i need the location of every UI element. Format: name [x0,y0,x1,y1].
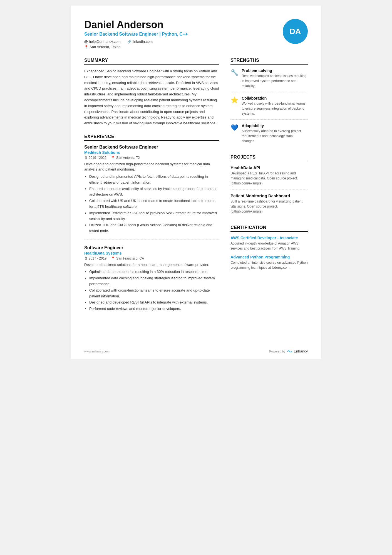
page-footer: www.enhancv.com Powered by Enhancv [84,349,308,353]
header: Daniel Anderson Senior Backend Software … [84,19,308,49]
strength-item-2: ⭐ Collaboration Worked closely with cros… [230,96,308,120]
summary-text: Experienced Senior Backend Software Engi… [84,68,219,126]
footer-website: www.enhancv.com [84,350,110,353]
exp-meta-1: 2019 - 2022 San Antonio, TX [84,156,219,160]
strength-desc-3: Successfully adapted to evolving project… [242,129,308,144]
linkedin-contact: linkedin.com [127,40,153,44]
exp-item-2: Software Engineer HealthData Systems 201… [84,245,219,317]
loc-icon-1 [111,156,115,160]
strengths-section: STRENGTHS 🔧 Problem-solving Resolved com… [230,58,308,147]
wrench-icon: 🔧 [230,69,238,76]
cert-name-1: AWS Certified Developer - Associate [230,236,308,240]
strength-name-2: Collaboration [242,96,308,100]
exp-job-title-1: Senior Backend Software Engineer [84,145,219,150]
experience-section: EXPERIENCE Senior Backend Software Engin… [84,134,219,317]
bullet-item: Ensured continuous availability of servi… [89,186,219,198]
loc-icon-2 [111,256,115,260]
location-icon [84,45,88,49]
cert-desc-1: Acquired in-depth knowledge of Amazon AW… [230,241,308,251]
exp-company-2: HealthData Systems [84,251,219,255]
strength-item-3: 💙 Adaptability Successfully adapted to e… [230,124,308,147]
candidate-name: Daniel Anderson [84,19,188,31]
cal-icon-2 [84,256,88,260]
cert-desc-2: Completed an intensive course on advance… [230,260,308,270]
left-column: SUMMARY Experienced Senior Backend Softw… [84,58,219,325]
project-name-1: HealthData API [230,165,308,170]
contact-row: help@enhancv.com linkedin.com [84,40,188,44]
exp-item-1: Senior Backend Software Engineer Meditec… [84,145,219,240]
candidate-title: Senior Backend Software Engineer | Pytho… [84,32,188,37]
email-icon [84,40,88,44]
strength-desc-2: Worked closely with cross-functional tea… [242,101,308,116]
heart-icon: 💙 [230,124,238,131]
project-item-2: Patient Monitoring Dashboard Built a rea… [230,193,308,217]
projects-title: PROJECTS [230,155,308,161]
project-desc-2: Built a real-time dashboard for visualiz… [230,199,308,214]
right-column: STRENGTHS 🔧 Problem-solving Resolved com… [230,58,308,325]
location-contact: San Antonio, Texas [84,45,188,49]
exp-bullets-2: Optimized database queries resulting in … [84,269,219,312]
strengths-title: STRENGTHS [230,58,308,65]
exp-company-1: Meditech Solutions [84,150,219,155]
avatar: DA [283,19,308,44]
exp-desc-1: Developed and optimized high-performance… [84,161,219,172]
exp-period-1: 2019 - 2022 [84,156,106,160]
exp-period-2: 2017 - 2019 [84,256,106,260]
cert-name-2: Advanced Python Programming [230,255,308,259]
bullet-item: Designed and developed RESTful APIs to i… [89,300,219,305]
projects-section: PROJECTS HealthData API Developed a REST… [230,155,308,217]
bullet-item: Collaborated with cross-functional teams… [89,288,219,299]
certification-title: CERTIFICATION [230,225,308,232]
summary-section: SUMMARY Experienced Senior Backend Softw… [84,58,219,126]
header-left: Daniel Anderson Senior Backend Software … [84,19,188,49]
bullet-item: Performed code reviews and mentored juni… [89,306,219,312]
exp-meta-2: 2017 - 2019 San Francisco, CA [84,256,219,260]
footer-powered-by: Powered by Enhancv [269,349,308,353]
strength-name-3: Adaptability [242,124,308,128]
exp-job-title-2: Software Engineer [84,245,219,250]
project-item-1: HealthData API Developed a RESTful API f… [230,165,308,189]
email-contact: help@enhancv.com [84,40,121,44]
cert-item-2: Advanced Python Programming Completed an… [230,255,308,270]
experience-title: EXPERIENCE [84,134,219,141]
project-name-2: Patient Monitoring Dashboard [230,193,308,198]
strength-desc-1: Resolved complex backend issues resultin… [242,73,308,88]
cert-item-1: AWS Certified Developer - Associate Acqu… [230,236,308,251]
resume-page: Daniel Anderson Senior Backend Software … [71,6,321,359]
cal-icon-1 [84,156,88,160]
bullet-item: Utilized TDD and CI/CD tools (Github Act… [89,222,219,234]
exp-desc-2: Developed backend solutions for a health… [84,262,219,268]
exp-location-2: San Francisco, CA [111,256,144,260]
main-content: SUMMARY Experienced Senior Backend Softw… [84,58,308,325]
strength-item-1: 🔧 Problem-solving Resolved complex backe… [230,68,308,92]
summary-title: SUMMARY [84,58,219,65]
link-icon [127,40,132,44]
bullet-item: Implemented Terraform as IAC tool to pro… [89,210,219,222]
star-icon: ⭐ [230,97,238,104]
bullet-item: Designed and implemented APIs to fetch b… [89,174,219,186]
bullet-item: Implemented data caching and indexing st… [89,275,219,287]
project-desc-1: Developed a RESTful API for accessing an… [230,171,308,186]
certification-section: CERTIFICATION AWS Certified Developer - … [230,225,308,270]
exp-location-1: San Antonio, TX [111,156,140,160]
exp-bullets-1: Designed and implemented APIs to fetch b… [84,174,219,234]
enhancv-brand: Enhancv [287,349,308,353]
bullet-item: Optimized database queries resulting in … [89,269,219,275]
strength-name-1: Problem-solving [242,68,308,73]
bullet-item: Collaborated with US and UK-based teams … [89,198,219,210]
